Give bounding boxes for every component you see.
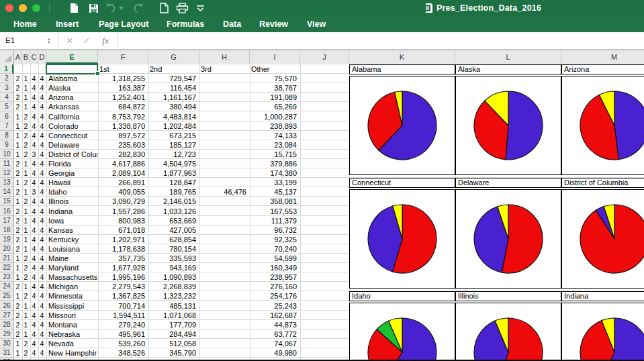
cell-second-26[interactable]: 485,131: [148, 301, 199, 311]
cell-state-25[interactable]: Minnesota: [46, 291, 97, 301]
cell-state-30[interactable]: Nevada: [46, 339, 97, 348]
cell-A15[interactable]: 1: [14, 197, 21, 206]
cell-state-9[interactable]: Delaware: [46, 140, 97, 150]
cell-B8[interactable]: 2: [22, 131, 30, 140]
cell-G1[interactable]: 2nd: [148, 64, 199, 74]
cell-A19[interactable]: 2: [14, 235, 21, 244]
cell-other-11[interactable]: 379,886: [250, 159, 300, 168]
cell-C24[interactable]: 4: [30, 282, 38, 291]
chart-title-alabama[interactable]: Alabama: [349, 64, 455, 74]
insert-function-button[interactable]: fx: [98, 32, 113, 49]
cell-D2[interactable]: 4: [38, 74, 46, 83]
row-header-22[interactable]: 22: [0, 263, 13, 272]
cell-second-15[interactable]: 2,146,015: [148, 197, 199, 206]
row-header-21[interactable]: 21: [0, 254, 13, 263]
cell-D7[interactable]: 4: [38, 121, 46, 131]
row-header-1[interactable]: 1: [0, 64, 13, 74]
cell-D10[interactable]: 4: [38, 150, 46, 159]
cell-C15[interactable]: 4: [30, 197, 38, 206]
pie-chart-district-of-columbia[interactable]: [561, 189, 644, 289]
cell-state-16[interactable]: Indiana: [46, 207, 97, 216]
cell-second-28[interactable]: 177,709: [148, 320, 199, 329]
new-document-icon[interactable]: [157, 2, 171, 14]
cell-A14[interactable]: 2: [14, 187, 21, 197]
cell-second-22[interactable]: 943,169: [148, 263, 199, 272]
cell-B22[interactable]: 2: [22, 263, 30, 272]
cell-second-20[interactable]: 780,154: [148, 244, 199, 254]
row-header-18[interactable]: 18: [0, 225, 13, 235]
cell-third-14[interactable]: 46,476: [199, 187, 249, 197]
redo-icon[interactable]: [132, 2, 145, 14]
tab-data[interactable]: Data: [223, 16, 241, 32]
row-header-17[interactable]: 17: [0, 216, 13, 225]
row-header-28[interactable]: 28: [0, 320, 13, 329]
chart-title-indiana[interactable]: Indiana: [561, 291, 644, 301]
cell-other-23[interactable]: 238,957: [250, 272, 300, 282]
pie-chart-alabama[interactable]: [349, 76, 455, 175]
cell-other-12[interactable]: 174,380: [250, 168, 300, 178]
pie-chart-illinois[interactable]: [455, 303, 561, 361]
cell-state-22[interactable]: Maryland: [46, 263, 97, 272]
cell-first-28[interactable]: 279,240: [98, 320, 148, 329]
column-header-B[interactable]: B: [22, 50, 30, 64]
cell-C16[interactable]: 4: [30, 207, 38, 216]
cell-A30[interactable]: 1: [14, 339, 21, 348]
cell-other-8[interactable]: 74,133: [250, 131, 300, 140]
cell-D4[interactable]: 4: [38, 93, 46, 102]
cell-state-20[interactable]: Louisiana: [46, 244, 97, 254]
cell-first-26[interactable]: 700,714: [98, 301, 148, 311]
cell-first-24[interactable]: 2,279,543: [98, 282, 148, 291]
cell-B15[interactable]: 2: [22, 197, 30, 206]
undo-dropdown-icon[interactable]: [118, 2, 124, 14]
cell-D31[interactable]: 4: [38, 348, 46, 358]
cell-C8[interactable]: 4: [30, 131, 38, 140]
cell-state-28[interactable]: Montana: [46, 320, 97, 329]
cell-C27[interactable]: 4: [30, 311, 38, 320]
cell-B2[interactable]: 1: [22, 74, 30, 83]
cell-other-26[interactable]: 25,243: [250, 301, 300, 311]
cell-B23[interactable]: 2: [22, 272, 30, 282]
print-icon[interactable]: [174, 2, 190, 14]
zoom-window-button[interactable]: [32, 4, 40, 12]
cell-state-10[interactable]: District of Columbia: [46, 150, 97, 159]
cell-D3[interactable]: 4: [38, 83, 46, 93]
cell-C9[interactable]: 4: [30, 140, 38, 150]
cell-D30[interactable]: 4: [38, 339, 46, 348]
cell-B21[interactable]: 2: [22, 254, 30, 263]
pie-chart-delaware[interactable]: [455, 189, 561, 289]
cell-state-17[interactable]: Iowa: [46, 216, 97, 225]
pie-chart-connecticut[interactable]: [349, 189, 455, 289]
cell-B24[interactable]: 1: [22, 282, 30, 291]
cell-state-31[interactable]: New Hampshire: [46, 348, 97, 358]
cell-A5[interactable]: 2: [14, 102, 21, 111]
cell-state-24[interactable]: Michigan: [46, 282, 97, 291]
cell-second-2[interactable]: 729,547: [148, 74, 199, 83]
cell-D27[interactable]: 4: [38, 311, 46, 320]
cell-B16[interactable]: 1: [22, 207, 30, 216]
row-header-10[interactable]: 10: [0, 150, 13, 159]
cell-state-18[interactable]: Kansas: [46, 225, 97, 235]
cell-B20[interactable]: 1: [22, 244, 30, 254]
cell-A26[interactable]: 2: [14, 301, 21, 311]
cell-D9[interactable]: 4: [38, 140, 46, 150]
cell-B28[interactable]: 1: [22, 320, 30, 329]
cell-first-30[interactable]: 539,260: [98, 339, 148, 348]
cell-B27[interactable]: 1: [22, 311, 30, 320]
fill-handle[interactable]: [95, 71, 100, 76]
cell-A8[interactable]: 1: [14, 131, 21, 140]
cell-second-11[interactable]: 4,504,975: [148, 159, 199, 168]
cell-second-30[interactable]: 512,058: [148, 339, 199, 348]
column-header-M[interactable]: M: [561, 50, 644, 64]
row-header-26[interactable]: 26: [0, 301, 13, 311]
chart-title-connecticut[interactable]: Connecticut: [349, 178, 455, 188]
cell-other-13[interactable]: 33,199: [250, 178, 300, 187]
save-icon[interactable]: [87, 2, 100, 14]
column-header-G[interactable]: G: [148, 50, 199, 64]
cell-D11[interactable]: 4: [38, 159, 46, 168]
cell-state-3[interactable]: Alaska: [46, 83, 97, 93]
cell-C25[interactable]: 4: [30, 291, 38, 301]
cell-second-17[interactable]: 653,669: [148, 216, 199, 225]
cell-C17[interactable]: 4: [30, 216, 38, 225]
tab-page-layout[interactable]: Page Layout: [99, 16, 148, 32]
cell-other-5[interactable]: 65,269: [250, 102, 300, 111]
